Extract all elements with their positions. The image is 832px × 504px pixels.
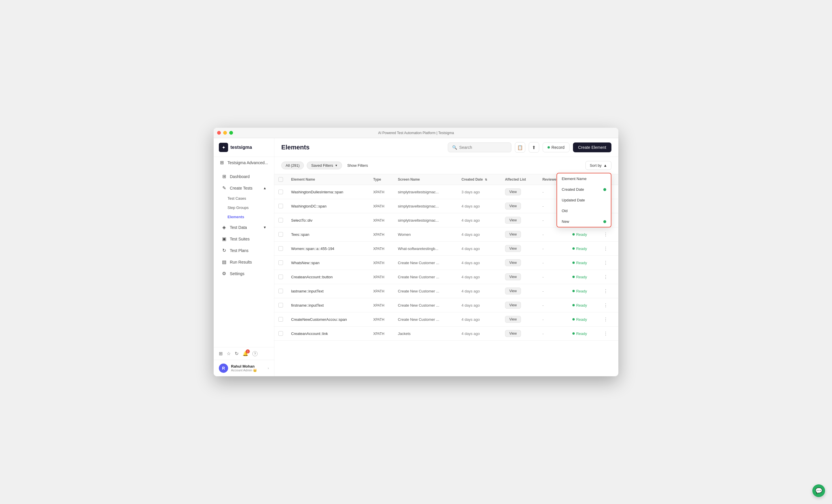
row-checkbox[interactable]: [278, 246, 283, 251]
row-checkbox[interactable]: [278, 303, 283, 308]
view-button[interactable]: View: [505, 316, 521, 323]
more-actions-button[interactable]: ⋮: [602, 274, 610, 280]
row-checkbox[interactable]: [278, 260, 283, 265]
cell-more-actions[interactable]: ⋮: [598, 284, 618, 298]
show-filters-button[interactable]: Show Filters: [345, 162, 370, 169]
sort-by-button[interactable]: Sort by ▲: [586, 161, 612, 170]
view-button[interactable]: View: [505, 231, 521, 238]
cell-affected-list[interactable]: View: [501, 256, 538, 270]
cell-affected-list[interactable]: View: [501, 242, 538, 256]
row-checkbox[interactable]: [278, 190, 283, 194]
cell-affected-list[interactable]: View: [501, 199, 538, 213]
bookmark-tool-icon[interactable]: ☆: [227, 351, 231, 356]
view-button[interactable]: View: [505, 245, 521, 252]
filter-all-badge[interactable]: All (291): [281, 162, 304, 169]
search-input[interactable]: [459, 145, 505, 150]
cell-affected-list[interactable]: View: [501, 284, 538, 298]
record-button[interactable]: Record: [543, 142, 570, 152]
row-checkbox-cell[interactable]: [274, 312, 287, 326]
view-button[interactable]: View: [505, 302, 521, 309]
share-button[interactable]: ⬆: [529, 142, 539, 153]
sort-option-created-date[interactable]: Created Date: [557, 184, 611, 195]
sidebar-item-test-cases[interactable]: Test Cases: [224, 194, 274, 203]
sidebar-item-dashboard[interactable]: ⊞ Dashboard: [216, 171, 272, 182]
cell-status: Ready: [568, 242, 598, 256]
row-checkbox[interactable]: [278, 289, 283, 293]
view-button[interactable]: View: [505, 217, 521, 224]
row-checkbox[interactable]: [278, 331, 283, 336]
cell-affected-list[interactable]: View: [501, 185, 538, 199]
row-checkbox-cell[interactable]: [274, 270, 287, 284]
cell-affected-list[interactable]: View: [501, 326, 538, 341]
sidebar-item-test-data[interactable]: ◈ Test Data ▼: [216, 222, 272, 233]
sidebar-item-settings[interactable]: ⚙ Settings: [216, 268, 272, 279]
refresh-tool-icon[interactable]: ↻: [235, 351, 238, 356]
sidebar-item-run-results[interactable]: ▤ Run Results: [216, 256, 272, 268]
maximize-button[interactable]: [229, 131, 233, 135]
cell-more-actions[interactable]: ⋮: [598, 256, 618, 270]
view-button[interactable]: View: [505, 188, 521, 195]
help-tool-icon[interactable]: ?: [252, 351, 258, 356]
sidebar-item-top[interactable]: ⊞ Testsigma Advanced...: [214, 157, 274, 168]
cell-affected-list[interactable]: View: [501, 270, 538, 284]
view-button[interactable]: View: [505, 330, 521, 337]
more-actions-button[interactable]: ⋮: [602, 260, 610, 266]
row-checkbox[interactable]: [278, 218, 283, 222]
more-actions-button[interactable]: ⋮: [602, 288, 610, 294]
more-actions-button[interactable]: ⋮: [602, 302, 610, 309]
row-checkbox-cell[interactable]: [274, 199, 287, 213]
sort-option-updated-date[interactable]: Updated Date: [557, 195, 611, 206]
clipboard-button[interactable]: 📋: [515, 142, 525, 153]
cell-affected-list[interactable]: View: [501, 228, 538, 242]
row-checkbox-cell[interactable]: [274, 242, 287, 256]
more-actions-button[interactable]: ⋮: [602, 245, 610, 252]
search-bar[interactable]: 🔍: [448, 142, 512, 152]
more-actions-button[interactable]: ⋮: [602, 231, 610, 238]
sidebar-user[interactable]: R Rahul Mohan Account Admin 👑 ›: [214, 360, 274, 376]
row-checkbox-cell[interactable]: [274, 298, 287, 312]
more-actions-button[interactable]: ⋮: [602, 316, 610, 323]
minimize-button[interactable]: [223, 131, 227, 135]
select-all-header[interactable]: [274, 174, 287, 185]
cell-affected-list[interactable]: View: [501, 213, 538, 228]
row-checkbox-cell[interactable]: [274, 326, 287, 341]
view-button[interactable]: View: [505, 288, 521, 294]
row-checkbox[interactable]: [278, 274, 283, 279]
row-checkbox-cell[interactable]: [274, 256, 287, 270]
close-button[interactable]: [217, 131, 221, 135]
view-button[interactable]: View: [505, 259, 521, 266]
cell-more-actions[interactable]: ⋮: [598, 228, 618, 242]
sidebar-item-test-plans[interactable]: ↻ Test Plans: [216, 245, 272, 256]
status-label: Ready: [576, 317, 587, 322]
cell-more-actions[interactable]: ⋮: [598, 270, 618, 284]
view-button[interactable]: View: [505, 203, 521, 210]
row-checkbox-cell[interactable]: [274, 228, 287, 242]
more-actions-button[interactable]: ⋮: [602, 330, 610, 337]
sidebar-item-elements[interactable]: Elements: [224, 212, 274, 221]
cell-more-actions[interactable]: ⋮: [598, 242, 618, 256]
view-button[interactable]: View: [505, 273, 521, 280]
chat-bubble-button[interactable]: 💬: [812, 484, 825, 497]
cell-more-actions[interactable]: ⋮: [598, 298, 618, 312]
cell-more-actions[interactable]: ⋮: [598, 326, 618, 341]
sort-option-new[interactable]: New: [557, 216, 611, 227]
sidebar-item-create-tests[interactable]: ✎ Create Tests ▲: [216, 182, 272, 194]
sidebar-item-test-suites[interactable]: ▣ Test Suites: [216, 233, 272, 244]
select-all-checkbox[interactable]: [278, 177, 283, 182]
row-checkbox[interactable]: [278, 204, 283, 208]
sort-option-old[interactable]: Old: [557, 206, 611, 216]
row-checkbox[interactable]: [278, 317, 283, 322]
row-checkbox-cell[interactable]: [274, 284, 287, 298]
row-checkbox-cell[interactable]: [274, 213, 287, 228]
sidebar-item-step-groups[interactable]: Step Groups: [224, 203, 274, 212]
cell-affected-list[interactable]: View: [501, 312, 538, 326]
cell-affected-list[interactable]: View: [501, 298, 538, 312]
sort-option-element-name[interactable]: Element Name: [557, 174, 611, 184]
row-checkbox-cell[interactable]: [274, 185, 287, 199]
row-checkbox[interactable]: [278, 232, 283, 237]
notification-tool-icon[interactable]: 🔔 1: [242, 351, 248, 356]
saved-filters-button[interactable]: Saved Filters ▼: [307, 162, 342, 169]
grid-tool-icon[interactable]: ⊞: [219, 351, 223, 356]
cell-more-actions[interactable]: ⋮: [598, 312, 618, 326]
create-element-button[interactable]: Create Element: [573, 142, 612, 152]
